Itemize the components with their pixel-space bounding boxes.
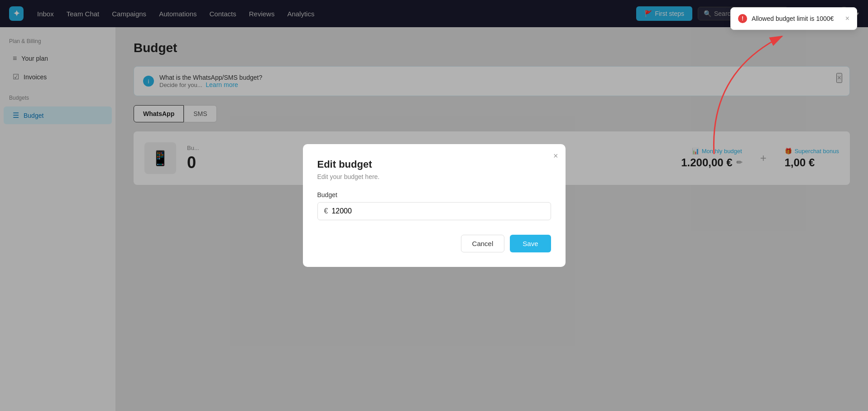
modal-actions: Cancel Save: [317, 235, 551, 252]
budget-input-wrapper: €: [317, 202, 551, 220]
toast-message: Allowed budget limit is 1000€: [752, 15, 834, 22]
toast-notification: ! Allowed budget limit is 1000€ ×: [730, 7, 857, 30]
modal-close-button[interactable]: ×: [553, 151, 558, 161]
cancel-button[interactable]: Cancel: [461, 235, 505, 252]
modal-overlay[interactable]: Edit budget Edit your budget here. × Bud…: [0, 0, 868, 411]
modal-title: Edit budget: [317, 159, 551, 170]
toast-error-icon: !: [738, 14, 747, 23]
budget-field-label: Budget: [317, 191, 551, 198]
budget-input[interactable]: [331, 207, 544, 215]
save-button[interactable]: Save: [510, 235, 551, 252]
edit-budget-modal: Edit budget Edit your budget here. × Bud…: [303, 144, 566, 267]
currency-symbol: €: [324, 207, 328, 215]
modal-subtitle: Edit your budget here.: [317, 173, 551, 180]
toast-close-button[interactable]: ×: [845, 15, 849, 23]
